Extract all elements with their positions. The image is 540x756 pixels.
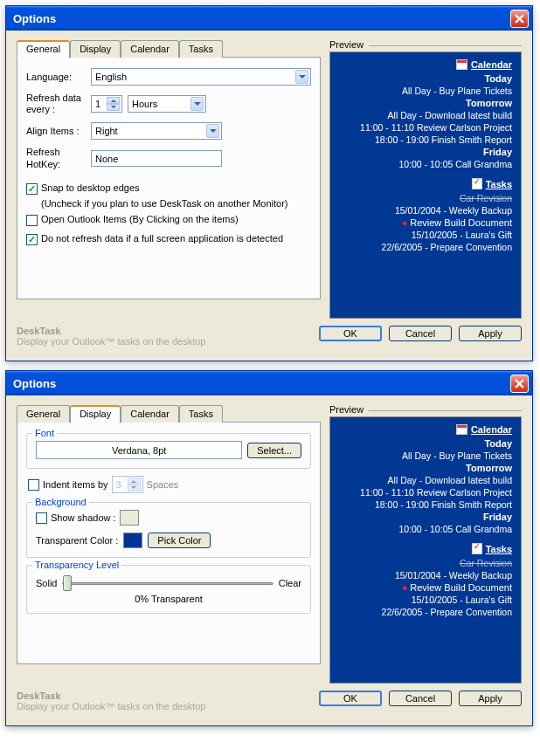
preview-pane: Calendar Today All Day - Buy Plane Ticke… xyxy=(329,416,522,684)
preview-pane: Calendar Today All Day - Buy Plane Ticke… xyxy=(329,52,522,319)
refresh-interval-spinner[interactable]: 1 xyxy=(91,95,122,113)
tab-calendar[interactable]: Calendar xyxy=(121,405,179,423)
transparency-value: 0% Transparent xyxy=(36,594,301,604)
indent-unit: Spaces xyxy=(147,479,179,490)
spin-down-icon[interactable] xyxy=(107,104,120,111)
no-refresh-fullscreen-checkbox[interactable] xyxy=(26,234,38,245)
transparency-group: Transparency Level Solid Clear 0% Transp… xyxy=(26,565,311,614)
shadow-color-swatch[interactable] xyxy=(120,510,139,526)
tab-tasks[interactable]: Tasks xyxy=(179,405,223,423)
ok-button[interactable]: OK xyxy=(319,691,382,706)
open-outlook-label: Open Outlook Items (By Clicking on the i… xyxy=(41,214,239,224)
titlebar[interactable]: Options xyxy=(6,371,532,395)
font-group: Font Verdana, 8pt Select... xyxy=(26,433,311,469)
transcolor-label: Transparent Color : xyxy=(36,535,118,546)
snap-label: Snap to desktop edges xyxy=(41,182,140,193)
window-title: Options xyxy=(10,377,510,390)
snap-checkbox[interactable] xyxy=(26,183,38,195)
spin-down-icon[interactable] xyxy=(128,485,141,491)
indent-checkbox[interactable] xyxy=(28,479,39,491)
language-label: Language: xyxy=(26,72,86,82)
apply-button[interactable]: Apply xyxy=(459,691,522,706)
close-button[interactable] xyxy=(510,375,529,393)
tab-general[interactable]: General xyxy=(17,40,70,58)
clear-label: Clear xyxy=(279,578,301,588)
indent-label: Indent items by xyxy=(43,479,108,490)
snap-subtext: (Uncheck if you plan to use DeskTask on … xyxy=(41,198,311,209)
titlebar[interactable]: Options xyxy=(6,6,532,31)
shadow-label: Show shadow : xyxy=(51,512,116,523)
tab-bar: General Display Calendar Tasks xyxy=(17,39,321,57)
font-select-button[interactable]: Select... xyxy=(247,443,301,458)
font-display: Verdana, 8pt xyxy=(36,441,242,459)
align-label: Align Items : xyxy=(26,126,86,136)
calendar-icon xyxy=(456,59,467,70)
calendar-icon xyxy=(456,424,467,435)
background-group: Background Show shadow : Transparent Col… xyxy=(26,502,311,558)
tab-calendar[interactable]: Calendar xyxy=(121,40,179,58)
indent-spinner[interactable]: 3 xyxy=(112,476,143,493)
transparency-slider[interactable] xyxy=(62,582,273,585)
tasks-icon xyxy=(472,178,482,189)
alert-icon: ● xyxy=(402,582,408,593)
apply-button[interactable]: Apply xyxy=(459,326,522,341)
transparent-color-swatch[interactable] xyxy=(123,533,142,548)
options-window-display: Options General Display Calendar Tasks F… xyxy=(5,370,533,726)
close-icon xyxy=(515,379,524,388)
close-icon xyxy=(515,14,524,24)
tab-panel-display: Font Verdana, 8pt Select... Indent items… xyxy=(17,422,321,664)
spin-up-icon[interactable] xyxy=(128,478,141,485)
tab-bar: General Display Calendar Tasks xyxy=(17,404,321,422)
hotkey-input[interactable]: None xyxy=(91,150,222,167)
window-title: Options xyxy=(10,12,510,25)
chevron-down-icon xyxy=(295,70,308,84)
preview-label: Preview xyxy=(329,39,363,50)
open-outlook-checkbox[interactable] xyxy=(26,215,38,226)
shadow-checkbox[interactable] xyxy=(36,512,47,524)
spin-up-icon[interactable] xyxy=(107,97,120,104)
refresh-label: Refresh data every : xyxy=(26,93,86,115)
hotkey-label: Refresh HotKey: xyxy=(26,147,86,169)
solid-label: Solid xyxy=(36,578,57,588)
close-button[interactable] xyxy=(510,10,529,28)
slider-thumb[interactable] xyxy=(63,575,72,591)
tab-tasks[interactable]: Tasks xyxy=(179,40,223,58)
no-refresh-fullscreen-label: Do not refresh data if a full screen app… xyxy=(41,233,283,244)
cancel-button[interactable]: Cancel xyxy=(389,691,452,706)
chevron-down-icon xyxy=(190,97,204,111)
ok-button[interactable]: OK xyxy=(319,326,382,341)
cancel-button[interactable]: Cancel xyxy=(389,326,452,341)
align-select[interactable]: Right xyxy=(91,122,222,140)
tab-display[interactable]: Display xyxy=(70,405,121,423)
tasks-icon xyxy=(472,543,482,554)
preview-label: Preview xyxy=(329,404,363,415)
alert-icon: ● xyxy=(402,217,408,228)
refresh-unit-select[interactable]: Hours xyxy=(128,95,206,113)
tab-panel-general: Language: English Refresh data every : 1… xyxy=(17,57,321,299)
tab-display[interactable]: Display xyxy=(70,40,121,58)
chevron-down-icon xyxy=(206,124,219,138)
language-select[interactable]: English xyxy=(91,68,311,86)
tab-general[interactable]: General xyxy=(17,405,70,423)
pick-color-button[interactable]: Pick Color xyxy=(148,533,211,548)
options-window-general: Options General Display Calendar Tasks L… xyxy=(5,5,533,361)
